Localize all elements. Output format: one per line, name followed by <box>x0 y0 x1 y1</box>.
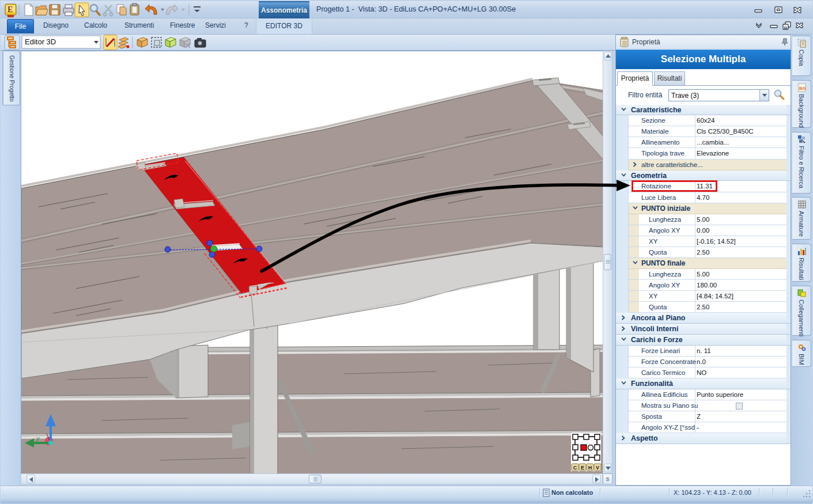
svg-text:E: E <box>7 5 13 14</box>
svg-text:E: E <box>581 465 584 471</box>
svg-text:Editor 3D: Editor 3D <box>25 37 56 46</box>
svg-text:C: C <box>573 465 577 471</box>
svg-text:BG: BG <box>799 86 806 91</box>
svg-text:V: V <box>596 465 599 471</box>
svg-text:H: H <box>588 465 592 471</box>
